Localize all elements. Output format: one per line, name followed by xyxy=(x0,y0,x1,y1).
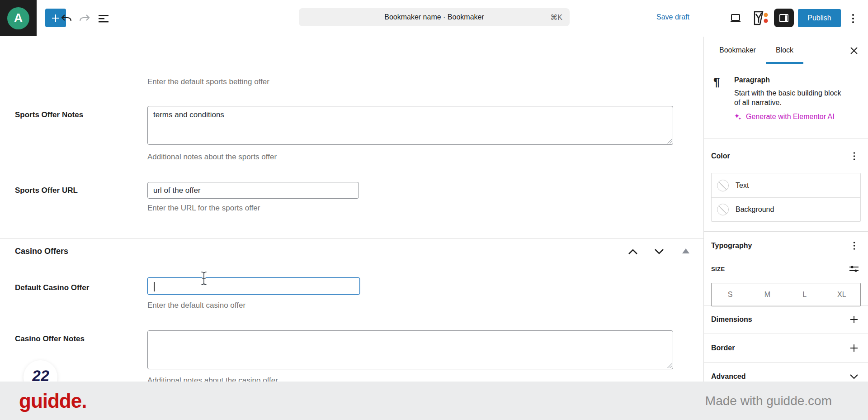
collapse-section-toggle[interactable] xyxy=(682,248,689,253)
text-color-row[interactable]: Text xyxy=(712,173,860,197)
document-title: Bookmaker name · Bookmaker xyxy=(299,13,570,21)
sports-notes-textarea[interactable]: terms and conditions xyxy=(147,106,673,145)
casino-notes-label: Casino Offer Notes xyxy=(15,334,85,344)
chevron-up-icon xyxy=(628,248,638,255)
generate-with-ai-label: Generate with Elementor AI xyxy=(746,113,835,121)
ai-sparkle-icon xyxy=(734,113,742,121)
dimensions-panel-title: Dimensions xyxy=(711,315,752,324)
command-shortcut: ⌘K xyxy=(550,13,562,22)
guidde-logo: guidde. xyxy=(19,390,86,412)
color-settings-box: Text Background xyxy=(711,173,861,222)
sports-url-input[interactable] xyxy=(147,182,359,199)
font-size-l[interactable]: L xyxy=(786,283,823,306)
section-divider xyxy=(0,238,703,239)
desktop-preview-icon xyxy=(729,13,742,24)
default-casino-input[interactable] xyxy=(147,277,360,295)
close-sidebar-button[interactable] xyxy=(846,43,862,58)
generate-with-ai-link[interactable]: Generate with Elementor AI xyxy=(734,113,835,121)
move-section-down-button[interactable] xyxy=(649,244,669,259)
font-size-segmented-control: S M L XL xyxy=(711,283,861,306)
made-with-guidde-text: Made with guidde.com xyxy=(705,394,832,408)
plus-icon xyxy=(847,313,861,326)
settings-sidebar: Bookmaker Block ¶ Paragraph Start with t… xyxy=(703,37,868,382)
border-panel-title: Border xyxy=(711,344,735,352)
yoast-seo-button[interactable] xyxy=(750,10,769,27)
options-menu-button[interactable] xyxy=(846,11,860,26)
save-draft-button[interactable]: Save draft xyxy=(656,13,689,21)
kebab-menu-icon xyxy=(853,152,855,161)
kebab-menu-icon xyxy=(853,241,855,250)
typography-panel-title: Typography xyxy=(711,242,752,250)
sports-notes-hint: Additional notes about the sports offer xyxy=(147,153,277,162)
color-panel: Color Text Background xyxy=(704,138,868,232)
font-size-s[interactable]: S xyxy=(712,283,749,306)
casino-notes-textarea[interactable] xyxy=(147,330,673,369)
font-size-custom-button[interactable] xyxy=(847,262,861,276)
plus-icon xyxy=(847,341,861,355)
sports-url-label: Sports Offer URL xyxy=(15,186,78,195)
font-size-label: SIZE xyxy=(711,266,725,272)
site-avatar-letter: A xyxy=(14,11,23,25)
typography-panel: Typography SIZE S M L xyxy=(704,232,868,305)
site-avatar: A xyxy=(7,7,29,29)
tab-bookmaker[interactable]: Bookmaker xyxy=(709,37,766,64)
text-color-label: Text xyxy=(736,181,749,190)
document-overview-button[interactable] xyxy=(96,11,111,26)
chevron-down-icon xyxy=(654,248,664,255)
default-casino-hint: Enter the default casino offer xyxy=(147,301,245,310)
chevron-down-icon xyxy=(847,370,861,382)
typography-options-button[interactable] xyxy=(847,239,861,253)
casino-offers-section-title: Casino Offers xyxy=(15,247,68,256)
casino-notes-hint: Additional notes about the casino offer xyxy=(147,376,278,382)
no-color-swatch-icon xyxy=(717,204,729,215)
sports-offer-hint: Enter the default sports betting offer xyxy=(147,77,269,86)
default-casino-label: Default Casino Offer xyxy=(15,283,89,292)
background-color-label: Background xyxy=(736,205,774,214)
color-options-button[interactable] xyxy=(847,149,861,163)
block-title: Paragraph xyxy=(734,76,861,84)
close-icon xyxy=(850,47,858,55)
editor-top-bar: A Book xyxy=(0,0,868,36)
guidde-footer: guidde. Made with guidde.com xyxy=(0,382,868,420)
paragraph-block-icon: ¶ xyxy=(713,76,734,138)
advanced-panel-title: Advanced xyxy=(711,372,745,381)
settings-sidebar-toggle[interactable] xyxy=(774,9,794,27)
kebab-menu-icon xyxy=(852,13,854,24)
sidebar-panel-icon xyxy=(778,13,789,24)
mouse-ibeam-cursor xyxy=(200,271,208,286)
color-panel-title: Color xyxy=(711,152,730,160)
font-size-m[interactable]: M xyxy=(749,283,786,306)
font-size-xl[interactable]: XL xyxy=(823,283,860,306)
block-info-card: ¶ Paragraph Start with the basic buildin… xyxy=(704,64,868,138)
publish-button[interactable]: Publish xyxy=(798,9,841,27)
tab-block[interactable]: Block xyxy=(766,37,803,64)
no-color-swatch-icon xyxy=(717,180,729,191)
sports-url-hint: Enter the URL for the sports offer xyxy=(147,204,260,213)
sidebar-tabs: Bookmaker Block xyxy=(704,37,868,64)
dimensions-panel-toggle[interactable]: Dimensions xyxy=(704,305,868,334)
sports-notes-label: Sports Offer Notes xyxy=(15,110,83,119)
document-title-bar[interactable]: Bookmaker name · Bookmaker ⌘K xyxy=(299,8,570,26)
background-color-row[interactable]: Background xyxy=(712,197,860,221)
advanced-panel-toggle[interactable]: Advanced xyxy=(704,363,868,382)
block-description: Start with the basic building block of a… xyxy=(734,88,847,107)
undo-button[interactable] xyxy=(59,11,74,26)
preview-button[interactable] xyxy=(727,10,744,26)
yoast-icon xyxy=(751,10,769,26)
undo-icon xyxy=(61,14,72,24)
text-caret xyxy=(154,282,155,291)
move-section-up-button[interactable] xyxy=(623,244,643,259)
site-logo-block[interactable]: A xyxy=(0,0,37,36)
redo-icon xyxy=(79,14,90,24)
sliders-icon xyxy=(849,265,859,273)
border-panel-toggle[interactable]: Border xyxy=(704,334,868,363)
metabox-form: Enter the default sports betting offer S… xyxy=(0,37,703,382)
redo-button[interactable] xyxy=(77,11,92,26)
list-view-icon xyxy=(98,14,109,23)
editor-window: A Book xyxy=(0,0,868,420)
